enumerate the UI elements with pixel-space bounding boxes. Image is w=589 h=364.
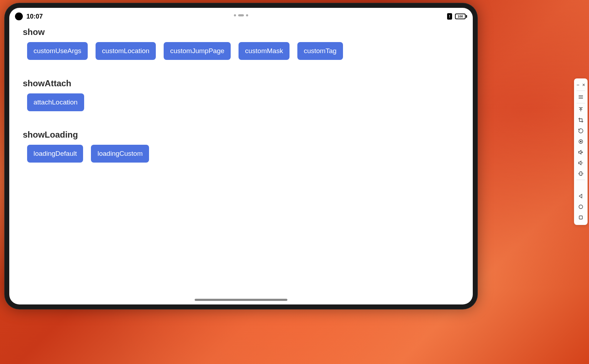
shake-icon[interactable] bbox=[575, 168, 586, 179]
attach-location-button[interactable]: attachLocation bbox=[27, 93, 84, 111]
menu-icon[interactable] bbox=[575, 92, 586, 102]
clock-text: 10:07 bbox=[26, 13, 43, 20]
button-row: customUseArgs customLocation customJumpP… bbox=[23, 42, 459, 60]
status-bar: 10:07 ! 100 bbox=[9, 8, 473, 23]
section-title: showAttach bbox=[23, 78, 459, 88]
status-left: 10:07 bbox=[15, 12, 43, 20]
back-icon[interactable] bbox=[575, 191, 586, 201]
divider bbox=[577, 91, 585, 91]
svg-rect-15 bbox=[579, 216, 583, 219]
section-title: show bbox=[23, 27, 459, 37]
camera-icon bbox=[15, 12, 23, 20]
svg-marker-10 bbox=[579, 161, 581, 165]
divider bbox=[577, 180, 585, 180]
close-icon[interactable]: × bbox=[582, 82, 585, 88]
volume-up-icon[interactable] bbox=[575, 147, 586, 158]
custom-jump-page-button[interactable]: customJumpPage bbox=[164, 42, 231, 60]
tablet-frame: 10:07 ! 100 show customUseArgs bbox=[4, 3, 478, 309]
tablet-screen: 10:07 ! 100 show customUseArgs bbox=[9, 8, 473, 304]
section-show-attach: showAttach attachLocation bbox=[23, 78, 459, 111]
custom-location-button[interactable]: customLocation bbox=[96, 42, 156, 60]
custom-tag-button[interactable]: customTag bbox=[297, 42, 343, 60]
panel-window-controls: − × bbox=[574, 81, 588, 90]
home-icon[interactable] bbox=[575, 201, 586, 212]
home-indicator[interactable] bbox=[195, 299, 287, 301]
status-right: ! 100 bbox=[447, 13, 467, 20]
section-title: showLoading bbox=[23, 130, 459, 140]
battery-icon: 100 bbox=[455, 14, 467, 19]
location-icon[interactable] bbox=[575, 136, 586, 147]
svg-point-6 bbox=[580, 141, 582, 142]
svg-marker-13 bbox=[579, 194, 582, 198]
svg-marker-7 bbox=[579, 150, 581, 154]
notch-indicator bbox=[234, 14, 248, 16]
alert-icon: ! bbox=[447, 13, 452, 20]
loading-default-button[interactable]: loadingDefault bbox=[27, 145, 83, 163]
custom-mask-button[interactable]: customMask bbox=[239, 42, 290, 60]
loading-custom-button[interactable]: loadingCustom bbox=[91, 145, 149, 163]
battery-level: 100 bbox=[455, 14, 466, 19]
divider bbox=[577, 103, 585, 103]
app-content: show customUseArgs customLocation custom… bbox=[9, 23, 473, 185]
svg-rect-12 bbox=[580, 172, 582, 176]
rotate-icon[interactable] bbox=[575, 125, 586, 136]
upload-icon[interactable] bbox=[575, 104, 586, 115]
button-row: attachLocation bbox=[23, 93, 459, 111]
button-row: loadingDefault loadingCustom bbox=[23, 145, 459, 163]
crop-icon[interactable] bbox=[575, 115, 586, 125]
emulator-side-panel: − × bbox=[574, 78, 588, 225]
minimize-icon[interactable]: − bbox=[577, 82, 579, 88]
section-show-loading: showLoading loadingDefault loadingCustom bbox=[23, 130, 459, 163]
custom-use-args-button[interactable]: customUseArgs bbox=[27, 42, 88, 60]
volume-down-icon[interactable] bbox=[575, 158, 586, 168]
overview-icon[interactable] bbox=[575, 212, 586, 223]
svg-point-14 bbox=[579, 205, 583, 209]
section-show: show customUseArgs customLocation custom… bbox=[23, 27, 459, 60]
